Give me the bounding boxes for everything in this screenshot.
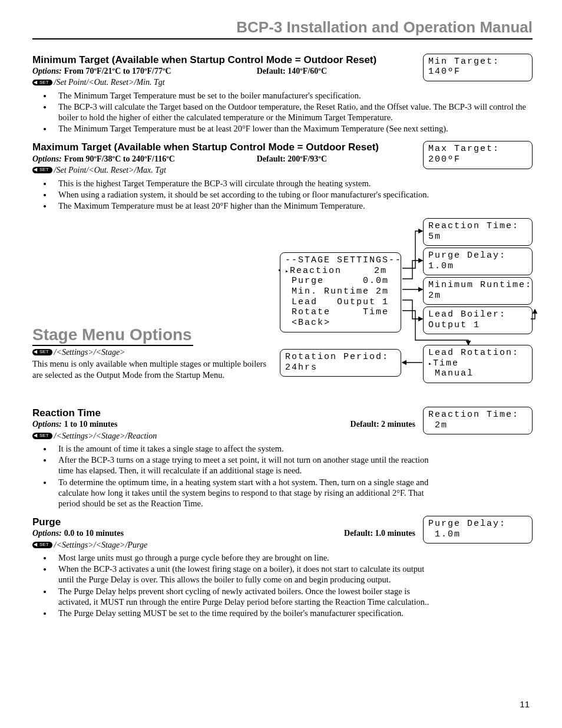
lcd-line: ▸Rotate Time	[285, 307, 396, 318]
lcd-line: 2m	[428, 420, 527, 431]
reaction-time-lcd: Reaction Time: 2m	[423, 407, 533, 434]
min-options-range: From 70ºF/21ºC to 170ºF/77ºC	[64, 66, 257, 77]
set-icon: SET	[32, 542, 52, 548]
lcd-line: ▸Manual	[428, 368, 527, 379]
purge-options-label: Options:	[32, 528, 62, 539]
lcd-txt: Min. Runtime 2m	[292, 286, 389, 297]
stage-menu-heading: Stage Menu Options	[32, 324, 193, 346]
bullet: To determine the optimum time, in a heat…	[52, 477, 429, 509]
lcd-line: Minimum Runtime:	[428, 280, 527, 291]
rotperiod-lcd: Rotation Period: 24hrs	[280, 349, 401, 377]
min-target-lcd: Min Target: 140ºF	[423, 54, 533, 81]
min-target-heading: Minimum Target (Available when Startup C…	[32, 54, 415, 66]
bullet: When using a radiation system, it should…	[52, 189, 533, 200]
reaction-lcd: Reaction Time: 5m	[423, 218, 533, 246]
lcd-txt: Lead Output 1	[292, 297, 389, 307]
bullet: This is the highest Target Temperature t…	[52, 178, 533, 189]
min-options-label: Options:	[32, 66, 62, 77]
lcd-line: Output 1	[428, 320, 527, 331]
bullet: The Minimum Target Temperature must be s…	[52, 90, 533, 101]
lcd-line: 1.0m	[428, 261, 527, 272]
bullet: The Maximum Temperature must be at least…	[52, 200, 533, 211]
min-path: /Set Point/<Out. Reset>/Min. Tgt	[54, 77, 165, 88]
lcd-txt: Time	[433, 358, 459, 368]
lcd-line: Reaction Time:	[428, 410, 527, 420]
react-options-range: 1 to 10 minutes	[64, 419, 351, 430]
lcd-line: Lead Boiler:	[428, 309, 527, 320]
lcd-line: Min Target:	[428, 57, 527, 67]
reaction-heading: Reaction Time	[32, 407, 415, 419]
lcd-line: ▸Min. Runtime 2m	[285, 286, 396, 297]
min-bullets: The Minimum Target Temperature must be s…	[32, 90, 533, 134]
purge-bullets: Most large units must go through a purge…	[32, 552, 429, 618]
min-default: Default: 140ºF/60ºC	[257, 66, 327, 77]
lcd-txt: Manual	[435, 368, 474, 378]
lcd-txt: Rotate Time	[292, 307, 389, 317]
bullet: The Purge Delay helps prevent short cycl…	[52, 586, 429, 607]
bullet: Most large units must go through a purge…	[52, 552, 429, 563]
leadrot-lcd: Lead Rotation: ▸Time ▸Manual	[423, 345, 533, 383]
leadboiler-lcd: Lead Boiler: Output 1	[423, 307, 533, 334]
page-number: 11	[520, 699, 530, 710]
bullet: After the BCP-3 turns on a stage trying …	[52, 454, 429, 476]
set-icon: SET	[32, 80, 52, 86]
lcd-line: ▸Time	[428, 358, 527, 369]
bullet: The Minimum Target Temperature must be a…	[52, 123, 533, 134]
set-icon: SET	[32, 167, 52, 173]
doc-title: BCP-3 Installation and Operation Manual	[32, 18, 533, 39]
purge-options-range: 0.0 to 10 minutes	[64, 528, 344, 539]
purge-delay-lcd: Purge Delay: 1.0m	[423, 516, 533, 543]
bullet: It is the amount of time it takes a sing…	[52, 443, 429, 454]
bullet: When the BCP-3 activates a unit (the low…	[52, 564, 429, 585]
lcd-line: ▸Purge 0.0m	[285, 276, 396, 286]
lcd-line: 5m	[428, 232, 527, 242]
minrun-lcd: Minimum Runtime: 2m	[423, 277, 533, 305]
react-options-label: Options:	[32, 419, 62, 430]
stage-menu-intro: This menu is only available when multipl…	[32, 358, 268, 380]
lcd-txt: <Back>	[292, 318, 330, 328]
max-bullets: This is the highest Target Temperature t…	[32, 178, 533, 211]
lcd-txt: Purge 0.0m	[292, 276, 389, 286]
lcd-line: Purge Delay:	[428, 519, 527, 529]
lcd-line: 24hrs	[285, 363, 396, 373]
lcd-title: --STAGE SETTINGS--	[285, 255, 396, 266]
max-target-lcd: Max Target: 200ºF	[423, 141, 533, 169]
purge-path: /<Settings>/<Stage>/Purge	[54, 540, 148, 551]
bullet: The BCP-3 will calculate the Target base…	[52, 101, 533, 123]
lcd-line: Reaction Time:	[428, 221, 527, 232]
react-default: Default: 2 minutes	[351, 419, 415, 430]
max-target-heading: Maximum Target (Available when Startup C…	[32, 141, 415, 153]
lcd-txt: Reaction 2m	[290, 266, 387, 276]
bullet: The Purge Delay setting MUST be set to t…	[52, 608, 429, 618]
purge-lcd: Purge Delay: 1.0m	[423, 248, 533, 275]
purge-default: Default: 1.0 minutes	[344, 528, 415, 539]
lcd-line: ▸Lead Output 1	[285, 297, 396, 308]
set-icon: SET	[32, 349, 52, 355]
lcd-line: 200ºF	[428, 154, 527, 165]
lcd-line: Max Target:	[428, 144, 527, 154]
max-options-label: Options:	[32, 154, 62, 164]
lcd-line: 2m	[428, 291, 527, 301]
react-bullets: It is the amount of time it takes a sing…	[32, 443, 429, 509]
lcd-line: ▸<Back>	[285, 318, 396, 328]
react-path: /<Settings>/<Stage>/Reaction	[54, 431, 157, 442]
lcd-line: Lead Rotation:	[428, 348, 527, 358]
set-icon: SET	[32, 433, 52, 439]
stage-menu-path: /<Settings>/<Stage>	[54, 347, 125, 358]
max-default: Default: 200ºF/93ºC	[257, 154, 327, 164]
lcd-line: Purge Delay:	[428, 251, 527, 261]
lcd-line: Rotation Period:	[285, 352, 396, 363]
lcd-line: 1.0m	[428, 529, 527, 540]
purge-heading: Purge	[32, 516, 415, 528]
lcd-line: ▸Reaction 2m	[285, 266, 396, 276]
lcd-line: 140ºF	[428, 67, 527, 77]
max-options-range: From 90ºF/38ºC to 240ºF/116ºC	[64, 154, 257, 164]
max-path: /Set Point/<Out. Reset>/Max. Tgt	[54, 165, 166, 176]
stage-settings-lcd: --STAGE SETTINGS-- ▸Reaction 2m ▸Purge 0…	[280, 252, 401, 332]
